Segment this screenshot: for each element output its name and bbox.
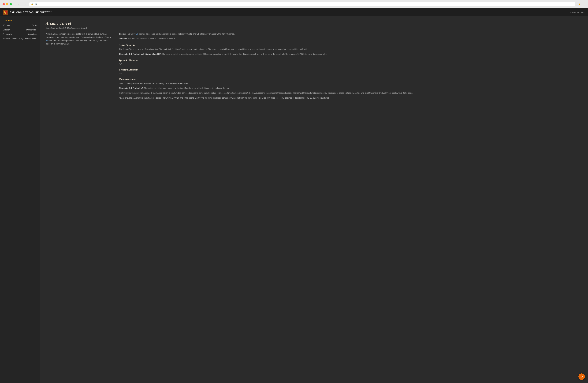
active-elements-heading: Active Elements (119, 44, 582, 46)
attack-paragraph: Attack or Disable. A creature can attack… (119, 96, 582, 100)
chest-emoji: 🎁 (4, 11, 7, 14)
trap-subtitle: Complex trap (levels 5-10, dangerous thr… (46, 27, 582, 29)
logo-icon: 🎁 (3, 10, 8, 15)
complexity-chevron: ▾ (36, 34, 37, 35)
investigation-paragraph: Intelligence (Investigation or Arcana), … (119, 91, 582, 95)
complexity-label: Complexity (2, 33, 12, 35)
content-area: Arcane Turret Complex trap (levels 5-10,… (40, 16, 588, 383)
countermeasures-heading: Countermeasures (119, 78, 582, 81)
main-layout: Trap Filters PC Level 5-10 ▾ Lethality D… (0, 16, 588, 383)
random-trap-button[interactable]: RANDOM TRAP (570, 11, 585, 13)
forward-button[interactable]: → (23, 2, 28, 6)
search-icon: 🔍 (35, 3, 37, 5)
pc-level-value-text: 5-10 (32, 24, 36, 26)
chromatic-paragraph: Chromatic Orb (Lightning, Initiative 10 … (119, 52, 582, 56)
maximize-button[interactable] (10, 3, 12, 5)
close-button[interactable] (2, 3, 5, 5)
pc-level-value[interactable]: 5-10 ▾ (32, 24, 37, 26)
trigger-highlight: will (136, 33, 138, 35)
traffic-lights (2, 3, 12, 5)
pc-level-label: PC Level (2, 24, 10, 26)
initiative-paragraph: Initiative. The trap acts on initiative … (119, 37, 582, 40)
investigation-heading: Intelligence (Investigation or Arcana), … (119, 92, 157, 94)
dynamic-elements-na: N/A (119, 63, 582, 65)
sidebar: Trap Filters PC Level 5-10 ▾ Lethality D… (0, 16, 40, 383)
active-elements-text: The Arcane Turret is capable of rapidly … (119, 48, 582, 51)
menu-button[interactable]: ☰ (583, 2, 586, 6)
trigger-paragraph: Trigger. This turret will activate as so… (119, 32, 582, 36)
constant-elements-na: N/A (119, 72, 582, 75)
countermeasures-intro: Each of the trap's active elements can b… (119, 82, 582, 85)
purpose-label: Purpose (2, 38, 10, 40)
bookmark-button[interactable]: ★ (578, 2, 581, 6)
filter-row-purpose: Purpose Alarm, Delay, Restrain, Slay ▾ (2, 38, 37, 40)
purpose-value-text: Alarm, Delay, Restrain, Slay (12, 38, 36, 40)
filter-row-complexity: Complexity Complex ▾ (2, 33, 37, 35)
countermeasures-chromatic-text: Characters can either learn about how th… (144, 87, 231, 89)
dynamic-elements-heading: Dynamic Elements (119, 59, 582, 62)
chromatic-heading: Chromatic Orb (Lightning, Initiative 10 … (119, 53, 162, 55)
minimize-button[interactable] (6, 3, 8, 5)
lethality-label: Lethality (2, 29, 10, 31)
description-highlight: will (46, 39, 48, 42)
app-logo: 🎁 Exploding Treasure ChestBETA (3, 10, 52, 15)
browser-chrome: ← → 🔒 🔍 ★ ☰ (0, 0, 588, 8)
filter-row-pc-level: PC Level 5-10 ▾ (2, 24, 37, 26)
browser-actions: ★ ☰ (578, 2, 586, 6)
investigation-text: As an action, a creature that can see th… (157, 92, 413, 94)
trap-description-column: A mechanical contraption comes to life w… (46, 32, 113, 101)
app-title-text: Exploding Treasure Chest (10, 11, 48, 14)
purpose-chevron: ▾ (36, 38, 37, 40)
initiative-heading: Initiative. (119, 38, 127, 40)
countermeasures-chromatic-paragraph: Chromatic Orb (Lightning). Characters ca… (119, 87, 582, 90)
dice-float-button[interactable]: ⬡ (578, 373, 585, 380)
chromatic-text: The turret attacks the closest creature … (162, 53, 327, 55)
beta-badge: BETA (48, 11, 52, 12)
attack-text: A creature can attack the turret. The tu… (134, 97, 329, 99)
trap-details-column: Trigger. This turret will activate as so… (119, 32, 582, 101)
trigger-heading: Trigger. (119, 33, 126, 35)
sidebar-section-title: Trap Filters (2, 20, 37, 22)
app-container: 🎁 Exploding Treasure ChestBETA RANDOM TR… (0, 8, 588, 383)
attack-heading: Attack or Disable. (119, 97, 134, 99)
filter-row-lethality: Lethality Dangerous ▾ (2, 29, 37, 31)
trap-columns: A mechanical contraption comes to life w… (46, 32, 582, 101)
address-bar[interactable]: 🔒 🔍 (29, 2, 575, 6)
complexity-value-text: Complex (28, 33, 36, 35)
dice-icon: ⬡ (581, 375, 583, 378)
trigger-text: This turret will activate as soon as any… (126, 33, 234, 35)
complexity-value[interactable]: Complex ▾ (28, 33, 37, 35)
app-title: Exploding Treasure ChestBETA (10, 11, 52, 14)
app-header: 🎁 Exploding Treasure ChestBETA RANDOM TR… (0, 8, 588, 16)
pc-level-chevron: ▾ (36, 24, 37, 26)
back-button[interactable]: ← (17, 2, 21, 6)
lock-icon: 🔒 (31, 3, 34, 5)
trap-description: A mechanical contraption comes to life w… (46, 32, 113, 46)
trap-title: Arcane Turret (46, 21, 582, 26)
initiative-text: The trap acts on initiative count 20 and… (128, 38, 177, 40)
constant-elements-heading: Constant Elements (119, 68, 582, 71)
countermeasures-chromatic-heading: Chromatic Orb (Lightning). (119, 87, 143, 89)
lethality-chevron: ▾ (36, 29, 37, 31)
purpose-value[interactable]: Alarm, Delay, Restrain, Slay ▾ (12, 38, 37, 40)
lethality-value-text: Dangerous (26, 29, 36, 31)
lethality-value[interactable]: Dangerous ▾ (26, 29, 37, 31)
